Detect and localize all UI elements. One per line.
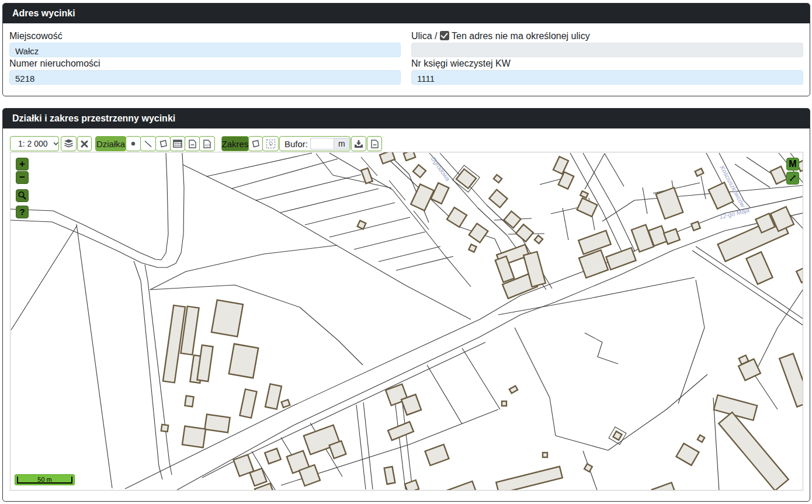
svg-text:12-go Maja: 12-go Maja	[719, 206, 750, 220]
svg-text:Ogrodowa: Ogrodowa	[429, 155, 452, 182]
svg-text:</>: </>	[205, 142, 211, 147]
svg-text:k: k	[270, 143, 272, 147]
